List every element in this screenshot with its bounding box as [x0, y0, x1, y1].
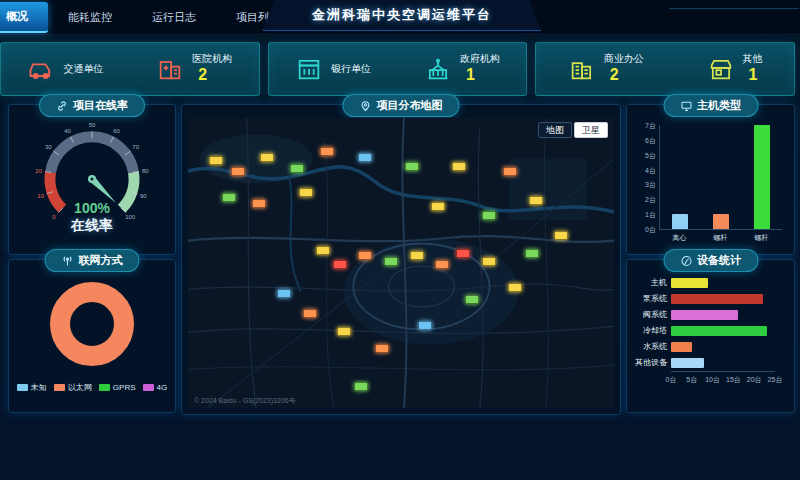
map-marker[interactable] — [452, 162, 466, 171]
car-icon — [27, 55, 55, 83]
map-marker[interactable] — [456, 249, 470, 258]
map-marker[interactable] — [431, 202, 445, 211]
panel-title: 设备统计 — [697, 253, 741, 268]
stat-value: 1 — [460, 65, 500, 85]
stats-row: 交通单位医院机构2银行单位政府机构1商业办公2其他1 — [0, 42, 795, 96]
x-tick-label: 5台 — [683, 375, 701, 385]
satellite-mode-button[interactable]: 卫星 — [574, 122, 608, 138]
bar — [754, 125, 770, 229]
panel-project-map: 项目分布地图 地图 卫星 © 2024 — [181, 104, 621, 415]
map-mode-button[interactable]: 地图 — [538, 122, 572, 138]
map-marker[interactable] — [209, 156, 223, 165]
x-category-label: 螺杆 — [741, 233, 782, 243]
map-marker[interactable] — [337, 327, 351, 336]
panel-network-type: 联网方式 未知以太网GPRS4G — [8, 259, 176, 413]
legend-item[interactable]: 未知 — [17, 382, 47, 393]
map-marker[interactable] — [435, 260, 449, 269]
location-pin-icon — [360, 100, 372, 112]
map-marker[interactable] — [554, 231, 568, 240]
legend-label: 以太网 — [68, 382, 92, 393]
map-canvas[interactable]: 地图 卫星 © 2024 Baidu - GS(2023)3206号 — [188, 118, 614, 408]
panel-online-rate: 项目在线率 0102030405060708090100100% 在线率 — [8, 104, 176, 255]
legend-swatch — [54, 384, 65, 391]
stat-card: 交通单位医院机构2 — [0, 42, 260, 96]
svg-text:60: 60 — [113, 128, 120, 134]
y-tick-label: 1台 — [633, 210, 656, 220]
map-marker[interactable] — [320, 147, 334, 156]
hospital-icon — [156, 55, 184, 83]
y-tick-label: 2台 — [633, 195, 656, 205]
svg-text:100%: 100% — [74, 200, 110, 216]
bar-row-label: 其他设备 — [633, 358, 667, 368]
map-marker[interactable] — [290, 164, 304, 173]
x-tick-label: 25台 — [766, 375, 784, 385]
map-marker[interactable] — [333, 260, 347, 269]
monitor-icon — [680, 100, 692, 112]
svg-text:50: 50 — [89, 122, 96, 128]
map-marker[interactable] — [525, 249, 539, 258]
map-marker[interactable] — [482, 257, 496, 266]
map-marker[interactable] — [354, 382, 368, 391]
map-marker[interactable] — [482, 211, 496, 220]
stat-card: 银行单位政府机构1 — [268, 42, 528, 96]
nav-tab[interactable]: 运行日志 — [132, 3, 216, 32]
svg-text:80: 80 — [142, 168, 149, 174]
nav-tab[interactable]: 概况 — [0, 2, 48, 33]
bar-row-label: 主机 — [633, 278, 667, 288]
legend-item[interactable]: 4G — [143, 382, 168, 393]
y-tick-label: 0台 — [633, 225, 656, 235]
map-marker[interactable] — [260, 153, 274, 162]
map-marker[interactable] — [316, 246, 330, 255]
network-donut-chart — [15, 272, 169, 376]
svg-text:30: 30 — [45, 144, 52, 150]
legend-item[interactable]: GPRS — [99, 382, 136, 393]
map-marker[interactable] — [465, 295, 479, 304]
x-tick-label: 10台 — [704, 375, 722, 385]
map-marker[interactable] — [503, 167, 517, 176]
y-tick-label: 3台 — [633, 180, 656, 190]
stat-value: 1 — [743, 65, 763, 85]
svg-text:70: 70 — [132, 144, 139, 150]
map-marker[interactable] — [508, 283, 522, 292]
legend-swatch — [143, 384, 154, 391]
legend-item[interactable]: 以太网 — [54, 382, 92, 393]
legend-swatch — [99, 384, 110, 391]
office-icon — [568, 55, 596, 83]
map-marker[interactable] — [303, 309, 317, 318]
map-marker[interactable] — [231, 167, 245, 176]
decorative-line — [659, 8, 800, 21]
panel-title: 联网方式 — [79, 253, 123, 268]
bar — [671, 278, 708, 288]
map-marker[interactable] — [418, 321, 432, 330]
bank-icon — [295, 55, 323, 83]
map-marker[interactable] — [358, 251, 372, 260]
y-tick-label: 6台 — [633, 136, 656, 146]
svg-text:10: 10 — [37, 193, 44, 199]
map-marker[interactable] — [405, 162, 419, 171]
stat-item: 其他1 — [707, 53, 763, 86]
svg-text:40: 40 — [64, 128, 71, 134]
bar — [671, 310, 738, 320]
map-marker[interactable] — [277, 289, 291, 298]
y-tick-label: 4台 — [633, 166, 656, 176]
y-tick-label: 5台 — [633, 151, 656, 161]
map-marker[interactable] — [384, 257, 398, 266]
map-marker[interactable] — [529, 196, 543, 205]
map-marker[interactable] — [410, 251, 424, 260]
nav-tab[interactable]: 能耗监控 — [48, 3, 132, 32]
map-marker[interactable] — [299, 188, 313, 197]
government-icon — [424, 55, 452, 83]
stat-item: 医院机构2 — [156, 53, 232, 86]
panel-hosts-header: 主机类型 — [663, 94, 758, 117]
map-marker[interactable] — [252, 199, 266, 208]
map-marker[interactable] — [375, 344, 389, 353]
stat-value: 2 — [604, 65, 644, 85]
map-marker[interactable] — [222, 193, 236, 202]
stat-item: 商业办公2 — [568, 53, 644, 86]
app-title-box: 金洲科瑞中央空调运维平台 — [263, 0, 541, 31]
page-title: 金洲科瑞中央空调运维平台 — [312, 6, 492, 24]
y-tick-label: 7台 — [633, 121, 656, 131]
map-marker[interactable] — [358, 153, 372, 162]
compass-icon — [680, 255, 692, 267]
stat-label: 商业办公 — [604, 53, 644, 66]
